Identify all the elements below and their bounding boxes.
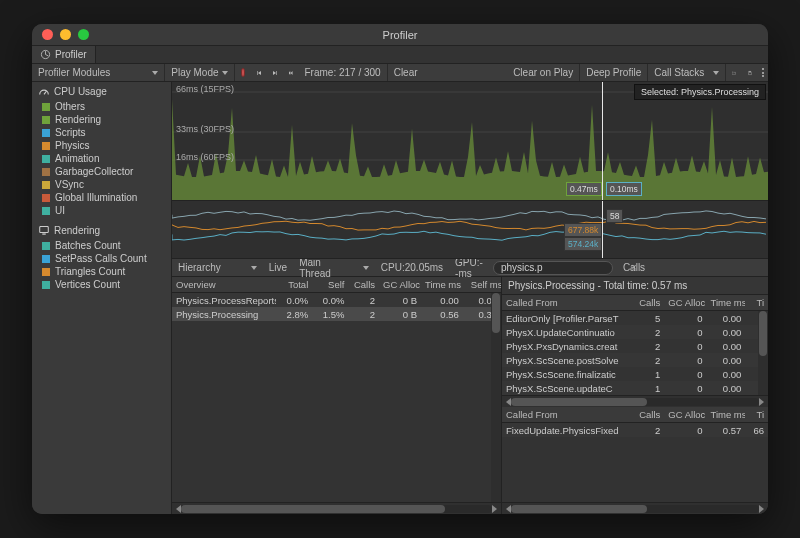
thread-dropdown[interactable]: Main Thread bbox=[293, 259, 375, 276]
called-from-hscroll[interactable] bbox=[502, 395, 768, 407]
profiler-icon bbox=[40, 49, 51, 60]
called-from-header[interactable]: Called From Calls GC Alloc Time ms Ti bbox=[502, 295, 768, 311]
tab-strip: Profiler bbox=[32, 46, 768, 64]
maximize-button[interactable] bbox=[78, 29, 89, 40]
clear-button[interactable]: Clear bbox=[388, 64, 424, 81]
category-batches-count[interactable]: Batches Count bbox=[32, 239, 171, 252]
current-frame-button[interactable] bbox=[283, 64, 299, 81]
module-rendering[interactable]: Rendering Batches CountSetPass Calls Cou… bbox=[32, 221, 171, 291]
svg-rect-7 bbox=[292, 71, 293, 74]
svg-rect-10 bbox=[40, 227, 49, 233]
hierarchy-rows[interactable]: Physics.ProcessReports0.0%0.0%20 B0.000.… bbox=[172, 293, 501, 502]
tab-profiler[interactable]: Profiler bbox=[32, 46, 96, 63]
cpu-usage-graph[interactable]: 66ms (15FPS) 33ms (30FPS) 16ms (60FPS) S… bbox=[172, 82, 768, 200]
playmode-dropdown[interactable]: Play Mode bbox=[165, 64, 233, 81]
cpu-time-label: CPU:20.05ms bbox=[375, 259, 449, 276]
vertical-scrollbar[interactable] bbox=[758, 311, 768, 395]
color-swatch bbox=[42, 207, 50, 215]
fast-forward-icon bbox=[289, 68, 293, 78]
hierarchy-hscroll[interactable] bbox=[172, 502, 501, 514]
search-field[interactable] bbox=[501, 262, 628, 273]
category-vsync[interactable]: VSync bbox=[32, 178, 171, 191]
scroll-right-icon[interactable] bbox=[759, 505, 764, 513]
table-row[interactable]: PhysX.UpdateContinuatio200.00 bbox=[502, 325, 768, 339]
category-others[interactable]: Others bbox=[32, 100, 171, 113]
clear-on-play-toggle[interactable]: Clear on Play bbox=[507, 64, 579, 81]
calls-to-hscroll[interactable] bbox=[502, 502, 768, 514]
category-triangles-count[interactable]: Triangles Count bbox=[32, 265, 171, 278]
profiler-modules-dropdown[interactable]: Profiler Modules bbox=[32, 64, 164, 81]
rendering-graph[interactable]: 58 677.88k 574.24k bbox=[172, 200, 768, 258]
hierarchy-header[interactable]: Overview Total Self Calls GC Alloc Time … bbox=[172, 277, 501, 293]
vertical-scrollbar[interactable] bbox=[491, 293, 501, 502]
calls-summary: Physics.Processing - Total time: 0.57 ms bbox=[502, 277, 768, 295]
save-icon bbox=[748, 68, 752, 78]
category-label: VSync bbox=[55, 179, 84, 190]
search-input[interactable]: × bbox=[493, 261, 613, 275]
calls-to-rows[interactable]: FixedUpdate.PhysicsFixed200.5766 bbox=[502, 423, 768, 502]
category-vertices-count[interactable]: Vertices Count bbox=[32, 278, 171, 291]
category-label: Others bbox=[55, 101, 85, 112]
category-setpass-calls-count[interactable]: SetPass Calls Count bbox=[32, 252, 171, 265]
category-label: Global Illumination bbox=[55, 192, 137, 203]
save-button[interactable] bbox=[742, 64, 758, 81]
table-row[interactable]: PhysX.ScScene.finalizatic100.00 bbox=[502, 367, 768, 381]
svg-rect-16 bbox=[172, 201, 768, 258]
next-frame-button[interactable] bbox=[267, 64, 283, 81]
calls-to-header[interactable]: Called From Calls GC Alloc Time ms Ti bbox=[502, 407, 768, 423]
marker-scripts: 0.10ms bbox=[606, 182, 642, 196]
table-row[interactable]: Physics.Processing2.8%1.5%20 B0.560.31 bbox=[172, 307, 501, 321]
category-physics[interactable]: Physics bbox=[32, 139, 171, 152]
scroll-right-icon[interactable] bbox=[492, 505, 497, 513]
category-label: GarbageCollector bbox=[55, 166, 133, 177]
category-label: Animation bbox=[55, 153, 99, 164]
color-swatch bbox=[42, 242, 50, 250]
gridline-33ms: 33ms (30FPS) bbox=[176, 124, 234, 134]
category-label: Triangles Count bbox=[55, 266, 125, 277]
record-button[interactable] bbox=[235, 64, 251, 81]
details-view-dropdown[interactable]: Calls bbox=[617, 259, 768, 276]
close-button[interactable] bbox=[42, 29, 53, 40]
deep-profile-toggle[interactable]: Deep Profile bbox=[580, 64, 647, 81]
graph-area: 66ms (15FPS) 33ms (30FPS) 16ms (60FPS) S… bbox=[172, 82, 768, 259]
table-row[interactable]: FixedUpdate.PhysicsFixed200.5766 bbox=[502, 423, 768, 437]
table-row[interactable]: Physics.ProcessReports0.0%0.0%20 B0.000.… bbox=[172, 293, 501, 307]
svg-rect-1 bbox=[257, 71, 258, 75]
gridline-16ms: 16ms (60FPS) bbox=[176, 152, 234, 162]
color-swatch bbox=[42, 194, 50, 202]
category-label: SetPass Calls Count bbox=[55, 253, 147, 264]
table-row[interactable]: PhysX.PxsDynamics.creat200.00 bbox=[502, 339, 768, 353]
svg-marker-3 bbox=[273, 71, 276, 75]
table-row[interactable]: PhysX.ScScene.updateC100.00 bbox=[502, 381, 768, 395]
category-animation[interactable]: Animation bbox=[32, 152, 171, 165]
svg-rect-8 bbox=[749, 71, 751, 72]
playhead[interactable] bbox=[602, 82, 603, 200]
context-menu-button[interactable] bbox=[758, 68, 768, 77]
gpu-time-label: GPU:--ms bbox=[449, 259, 489, 276]
category-ui[interactable]: UI bbox=[32, 204, 171, 217]
table-row[interactable]: EditorOnly [Profiler.ParseT500.00 bbox=[502, 311, 768, 325]
call-stacks-dropdown[interactable]: Call Stacks bbox=[648, 64, 725, 81]
window-controls bbox=[42, 29, 89, 40]
chevron-down-icon bbox=[251, 266, 257, 270]
category-scripts[interactable]: Scripts bbox=[32, 126, 171, 139]
minimize-button[interactable] bbox=[60, 29, 71, 40]
live-toggle[interactable]: Live bbox=[263, 259, 293, 276]
category-rendering[interactable]: Rendering bbox=[32, 113, 171, 126]
color-swatch bbox=[42, 142, 50, 150]
category-global-illumination[interactable]: Global Illumination bbox=[32, 191, 171, 204]
category-garbagecollector[interactable]: GarbageCollector bbox=[32, 165, 171, 178]
category-label: Scripts bbox=[55, 127, 86, 138]
scroll-right-icon[interactable] bbox=[759, 398, 764, 406]
calls-pane: Physics.Processing - Total time: 0.57 ms… bbox=[502, 277, 768, 514]
view-mode-dropdown[interactable]: Hierarchy bbox=[172, 259, 263, 276]
load-button[interactable] bbox=[726, 64, 742, 81]
prev-frame-button[interactable] bbox=[251, 64, 267, 81]
module-cpu-usage[interactable]: CPU Usage OthersRenderingScriptsPhysicsA… bbox=[32, 82, 171, 217]
called-from-rows[interactable]: EditorOnly [Profiler.ParseT500.00PhysX.U… bbox=[502, 311, 768, 395]
chevron-down-icon bbox=[363, 266, 369, 270]
table-row[interactable]: PhysX.ScScene.postSolve200.00 bbox=[502, 353, 768, 367]
tab-label: Profiler bbox=[55, 49, 87, 60]
color-swatch bbox=[42, 181, 50, 189]
rend-chart-svg bbox=[172, 201, 768, 258]
